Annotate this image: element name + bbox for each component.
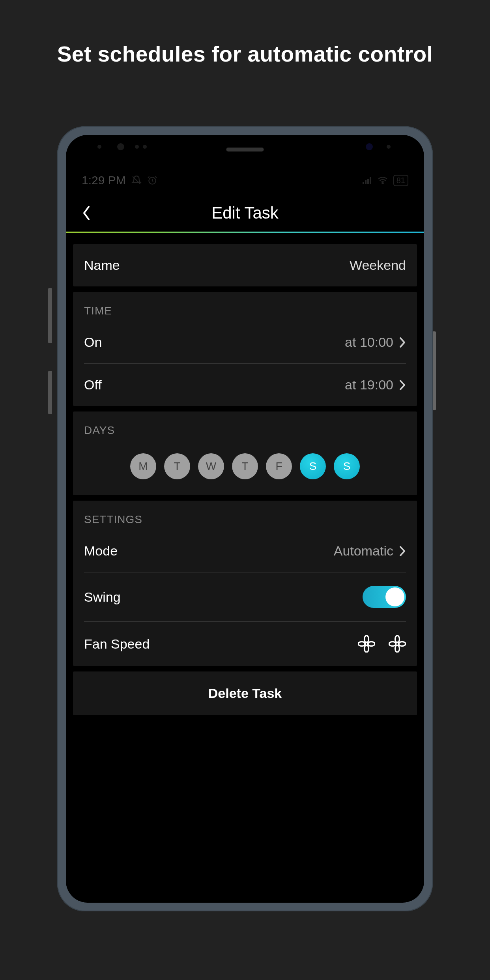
svg-rect-3	[365, 180, 367, 184]
mode-value: Automatic	[334, 543, 393, 559]
day-toggle[interactable]: M	[130, 453, 156, 479]
signal-icon	[363, 176, 372, 184]
chevron-right-icon	[399, 337, 406, 348]
phone-screen: 1:29 PM 81	[66, 135, 424, 903]
day-toggle[interactable]: S	[300, 453, 326, 479]
svg-point-6	[382, 183, 383, 184]
swing-toggle[interactable]	[363, 586, 406, 608]
fan-speed-label: Fan Speed	[84, 636, 150, 652]
svg-rect-2	[363, 182, 364, 184]
swing-label: Swing	[84, 589, 121, 605]
settings-section: SETTINGS Mode Automatic Swing	[73, 501, 417, 666]
fan-icon	[389, 635, 406, 653]
fan-speed-row[interactable]: Fan Speed	[73, 622, 417, 666]
mode-row[interactable]: Mode Automatic	[73, 530, 417, 572]
switch-knob	[385, 587, 404, 606]
app-header: Edit Task	[66, 194, 424, 232]
name-section: Name Weekend	[73, 244, 417, 286]
delete-task-button[interactable]: Delete Task	[73, 671, 417, 715]
chevron-right-icon	[399, 545, 406, 557]
wifi-icon	[378, 176, 388, 184]
name-row[interactable]: Name Weekend	[73, 244, 417, 286]
swing-row: Swing	[73, 572, 417, 621]
svg-rect-4	[367, 179, 369, 184]
delete-section: Delete Task	[73, 671, 417, 715]
mode-label: Mode	[84, 543, 118, 559]
battery-icon: 81	[393, 175, 408, 186]
day-toggle[interactable]: W	[198, 453, 224, 479]
settings-section-title: SETTINGS	[73, 501, 417, 530]
time-off-value: at 19:00	[345, 377, 393, 393]
time-section-title: TIME	[73, 292, 417, 321]
mute-icon	[131, 175, 142, 185]
status-time: 1:29 PM	[82, 174, 126, 187]
time-off-label: Off	[84, 377, 102, 393]
fan-icon	[358, 635, 375, 653]
phone-frame: 1:29 PM 81	[57, 126, 433, 911]
time-on-value: at 10:00	[345, 335, 393, 350]
name-value: Weekend	[350, 258, 406, 273]
phone-side-button	[48, 371, 52, 414]
time-section: TIME On at 10:00 Off	[73, 292, 417, 406]
time-on-row[interactable]: On at 10:00	[73, 321, 417, 363]
days-row: MTWTFSS	[73, 441, 417, 495]
svg-rect-5	[370, 177, 371, 184]
time-on-label: On	[84, 335, 102, 350]
back-button[interactable]	[82, 205, 91, 221]
time-off-row[interactable]: Off at 19:00	[73, 364, 417, 406]
promo-title: Set schedules for automatic control	[0, 41, 490, 67]
status-bar: 1:29 PM 81	[66, 168, 424, 192]
page-title: Edit Task	[211, 204, 279, 223]
name-label: Name	[84, 258, 120, 273]
days-section: DAYS MTWTFSS	[73, 411, 417, 495]
day-toggle[interactable]: S	[334, 453, 360, 479]
alarm-icon	[147, 175, 157, 185]
day-toggle[interactable]: F	[266, 453, 292, 479]
day-toggle[interactable]: T	[164, 453, 190, 479]
phone-side-button	[48, 288, 52, 343]
days-section-title: DAYS	[73, 411, 417, 441]
chevron-right-icon	[399, 379, 406, 391]
day-toggle[interactable]: T	[232, 453, 258, 479]
